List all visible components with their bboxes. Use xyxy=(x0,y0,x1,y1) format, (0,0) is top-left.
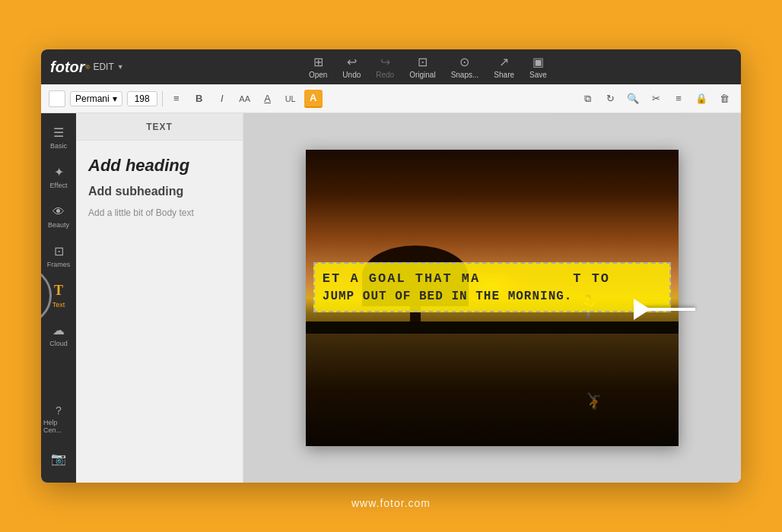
bottom-url: www.fotor.com xyxy=(351,497,431,509)
italic-button[interactable]: I xyxy=(213,90,231,108)
frames-icon: ⊡ xyxy=(54,244,64,258)
font-selector[interactable]: Permani ▾ xyxy=(70,91,122,106)
original-icon: ⊡ xyxy=(418,55,428,69)
aa-button[interactable]: AA xyxy=(236,90,254,108)
undo-icon: ↩ xyxy=(347,55,357,69)
sidebar-item-camera[interactable]: 📷 xyxy=(43,440,74,477)
sidebar-item-beauty[interactable]: 👁 Beauty xyxy=(43,198,74,235)
sidebar-item-text[interactable]: T Text T Text xyxy=(43,277,74,314)
sidebar-item-cloud[interactable]: ☁ Cloud xyxy=(43,317,74,353)
arrow-container xyxy=(634,308,695,311)
a-underline-button[interactable]: A xyxy=(259,90,277,108)
sidebar-bottom: ? Help Cen... 📷 xyxy=(43,401,74,477)
color-box[interactable] xyxy=(49,90,65,107)
arrow-head xyxy=(634,299,650,320)
sidebar-label-text: Text xyxy=(52,301,65,309)
font-size-input[interactable]: 198 xyxy=(127,91,157,106)
ul-button[interactable]: UL xyxy=(281,90,300,108)
text-icon: T xyxy=(54,283,63,299)
text-panel: TEXT Add heading Add subheading Add a li… xyxy=(76,113,243,483)
effect-icon: ✦ xyxy=(54,165,64,179)
toolbar-right: 🔍 ✂ ≡ 🔒 🗑 xyxy=(578,90,733,108)
align-left-button[interactable]: ≡ xyxy=(167,90,186,108)
logo: fotor ® xyxy=(50,59,90,76)
snapshot-icon: ⊙ xyxy=(459,55,469,69)
divider xyxy=(162,91,163,106)
copy-button[interactable] xyxy=(578,90,596,108)
text-highlight-circle: T Text xyxy=(41,269,49,322)
panel-title: TEXT xyxy=(76,113,243,141)
canvas-frame: 🏃 🏃 ET A GOAL THAT MA T TO JUMP OUT OF B… xyxy=(306,150,679,446)
sidebar-item-basic[interactable]: ☰ Basic xyxy=(43,119,74,156)
top-bar-center: ⊞ Open ↩ Undo ↪ Redo ⊡ Original ⊙ Snaps.… xyxy=(124,55,732,79)
sidebar-label-help: Help Cen... xyxy=(43,419,74,434)
reflected-figure: 🏃 xyxy=(582,389,606,412)
add-subheading[interactable]: Add subheading xyxy=(88,185,230,198)
water-reflection xyxy=(306,334,679,446)
main-content: ☰ Basic ✦ Effect 👁 Beauty ⊡ Frames T Tex… xyxy=(41,113,741,483)
sidebar-item-effect[interactable]: ✦ Effect xyxy=(43,159,74,195)
sidebar: ☰ Basic ✦ Effect 👁 Beauty ⊡ Frames T Tex… xyxy=(41,113,76,483)
bold-button[interactable]: B xyxy=(190,90,208,108)
snapshot-button[interactable]: ⊙ Snaps... xyxy=(451,55,479,79)
cloud-icon: ☁ xyxy=(52,323,65,337)
add-heading[interactable]: Add heading xyxy=(88,156,230,176)
sidebar-item-frames[interactable]: ⊡ Frames xyxy=(43,238,74,274)
original-button[interactable]: ⊡ Original xyxy=(409,55,435,79)
open-button[interactable]: ⊞ Open xyxy=(309,55,327,79)
sidebar-label-basic: Basic xyxy=(50,142,67,150)
basic-icon: ☰ xyxy=(53,125,64,140)
top-bar: fotor ® EDIT ▼ ⊞ Open ↩ Undo ↪ Redo ⊡ Or… xyxy=(41,49,741,84)
edit-button[interactable]: EDIT ▼ xyxy=(93,62,123,72)
redo-alt-button[interactable] xyxy=(601,90,619,108)
text-color-button[interactable]: A xyxy=(304,90,323,108)
beauty-icon: 👁 xyxy=(52,205,65,219)
add-body-text[interactable]: Add a little bit of Body text xyxy=(88,207,230,218)
help-icon: ? xyxy=(56,404,62,416)
sidebar-label-beauty: Beauty xyxy=(48,221,69,229)
layer-button[interactable]: ≡ xyxy=(669,90,688,108)
save-icon: ▣ xyxy=(532,55,544,69)
zoom-button[interactable]: 🔍 xyxy=(624,90,642,108)
camera-icon: 📷 xyxy=(51,451,66,466)
logo-text: fotor xyxy=(50,59,85,76)
panel-content: Add heading Add subheading Add a little … xyxy=(76,141,243,233)
redo-icon: ↪ xyxy=(380,55,390,69)
sidebar-label-cloud: Cloud xyxy=(49,340,68,347)
sidebar-item-help[interactable]: ? Help Cen... xyxy=(43,401,74,437)
canvas-text-line1: ET A GOAL THAT MA T TO xyxy=(323,270,662,288)
scissor-button[interactable]: ✂ xyxy=(647,90,665,108)
toolbar: Permani ▾ 198 ≡ B I AA A UL A 🔍 ✂ ≡ 🔒 🗑 xyxy=(41,84,741,113)
trash-button[interactable]: 🗑 xyxy=(715,90,733,108)
chevron-down-icon: ▼ xyxy=(117,63,124,71)
lock-button[interactable]: 🔒 xyxy=(692,90,710,108)
share-button[interactable]: ↗ Share xyxy=(494,55,514,79)
open-icon: ⊞ xyxy=(313,55,323,69)
sidebar-label-frames: Frames xyxy=(47,261,71,268)
arrow-shaft xyxy=(634,308,695,311)
canvas-text-line2: JUMP OUT OF BED IN THE MORNING. xyxy=(323,288,662,305)
undo-button[interactable]: ↩ Undo xyxy=(342,55,361,79)
share-icon: ↗ xyxy=(499,55,509,69)
save-button[interactable]: ▣ Save xyxy=(529,55,547,79)
logo-mark: ® xyxy=(86,64,91,71)
redo-button[interactable]: ↪ Redo xyxy=(376,55,394,79)
app-window: fotor ® EDIT ▼ ⊞ Open ↩ Undo ↪ Redo ⊡ Or… xyxy=(41,49,741,483)
canvas-text-overlay[interactable]: ET A GOAL THAT MA T TO JUMP OUT OF BED I… xyxy=(313,262,671,312)
font-chevron-icon: ▾ xyxy=(113,93,117,104)
canvas-area[interactable]: 🏃 🏃 ET A GOAL THAT MA T TO JUMP OUT OF B… xyxy=(243,113,741,483)
sidebar-label-effect: Effect xyxy=(50,182,68,189)
